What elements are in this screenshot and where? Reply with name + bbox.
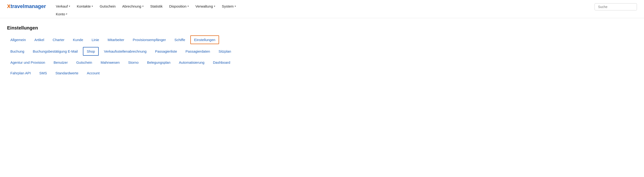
tab-kunde[interactable]: Kunde	[70, 36, 86, 44]
tab-sms[interactable]: SMS	[36, 69, 50, 77]
tab-storno[interactable]: Storno	[125, 59, 142, 66]
tab-verkaufsstellenabrechnung[interactable]: Verkaufsstellenabrechnung	[100, 47, 150, 55]
tab-row-1: Allgemein Artikel Charter Kunde Linie Mi…	[7, 35, 637, 44]
tab-agentur-und-provision[interactable]: Agentur und Provision	[7, 59, 48, 66]
tab-automatisierung[interactable]: Automatisierung	[176, 59, 208, 66]
chevron-down-icon: ▾	[188, 5, 189, 8]
tab-linie[interactable]: Linie	[88, 36, 102, 44]
tab-row-4: Fahrplan API SMS Standardwerte Account	[7, 69, 637, 77]
tab-shop[interactable]: Shop	[83, 47, 99, 56]
tab-mitarbeiter[interactable]: Mitarbeiter	[104, 36, 128, 44]
search-input[interactable]	[594, 3, 637, 10]
tab-allgemein[interactable]: Allgemein	[7, 36, 29, 44]
tab-row-2: Buchung Buchungsbestätigung E-Mail Shop …	[7, 47, 637, 56]
tab-gutschein[interactable]: Gutschein	[73, 59, 96, 66]
tab-standardwerte[interactable]: Standardwerte	[52, 69, 82, 77]
chevron-down-icon: ▾	[69, 5, 70, 8]
tab-sitzplan[interactable]: Sitzplan	[215, 47, 234, 55]
tab-buchungsbestaetigung-email[interactable]: Buchungsbestätigung E-Mail	[30, 47, 81, 55]
nav-abrechnung[interactable]: Abrechnung ▾	[120, 2, 146, 10]
tab-schiffe[interactable]: Schiffe	[171, 36, 188, 44]
main-content: Einstellungen Allgemein Artikel Charter …	[0, 18, 644, 84]
logo-text: travelmanager	[10, 3, 46, 9]
nav-row-2: Konto ▾	[53, 10, 637, 18]
logo-prefix: X	[7, 3, 10, 9]
page-title: Einstellungen	[7, 25, 637, 31]
nav-disposition[interactable]: Disposition ▾	[166, 2, 192, 10]
nav-statistik[interactable]: Statistik	[148, 2, 166, 10]
tab-passagierliste[interactable]: Passagierliste	[152, 47, 180, 55]
tab-account[interactable]: Account	[84, 69, 103, 77]
tab-fahrplan-api[interactable]: Fahrplan API	[7, 69, 34, 77]
tab-einstellungen[interactable]: Einstellungen	[190, 35, 219, 44]
nav-konto[interactable]: Konto ▾	[53, 10, 70, 18]
tab-row-3: Agentur und Provision Benutzer Gutschein…	[7, 59, 637, 66]
logo[interactable]: Xtravelmanager	[7, 2, 46, 10]
chevron-down-icon: ▾	[66, 13, 67, 16]
chevron-down-icon: ▾	[92, 5, 93, 8]
tab-mahnwesen[interactable]: Mahnwesen	[97, 59, 123, 66]
tab-passagierdaten[interactable]: Passagierdaten	[182, 47, 214, 55]
nav-system[interactable]: System ▾	[219, 2, 239, 10]
tab-dashboard[interactable]: Dashboard	[210, 59, 234, 66]
nav-wrapper: Verkauf ▾ Kontakte ▾ Gutschein Abrechnun…	[53, 2, 637, 18]
nav-verwaltung[interactable]: Verwaltung ▾	[193, 2, 218, 10]
tab-artikel[interactable]: Artikel	[31, 36, 48, 44]
tab-provisionsempfaenger[interactable]: Provisionsempfänger	[130, 36, 169, 44]
tab-buchung[interactable]: Buchung	[7, 47, 28, 55]
nav-row-1: Verkauf ▾ Kontakte ▾ Gutschein Abrechnun…	[53, 2, 637, 10]
nav-gutschein[interactable]: Gutschein	[97, 2, 118, 10]
tab-belegungsplan[interactable]: Belegungsplan	[144, 59, 174, 66]
chevron-down-icon: ▾	[234, 5, 236, 8]
tab-charter[interactable]: Charter	[50, 36, 68, 44]
nav-kontakte[interactable]: Kontakte ▾	[74, 2, 96, 10]
chevron-down-icon: ▾	[214, 5, 215, 8]
tab-benutzer[interactable]: Benutzer	[50, 59, 71, 66]
nav-verkauf[interactable]: Verkauf ▾	[53, 2, 73, 10]
top-navigation: Xtravelmanager Verkauf ▾ Kontakte ▾ Guts…	[0, 0, 644, 18]
chevron-down-icon: ▾	[142, 5, 144, 8]
